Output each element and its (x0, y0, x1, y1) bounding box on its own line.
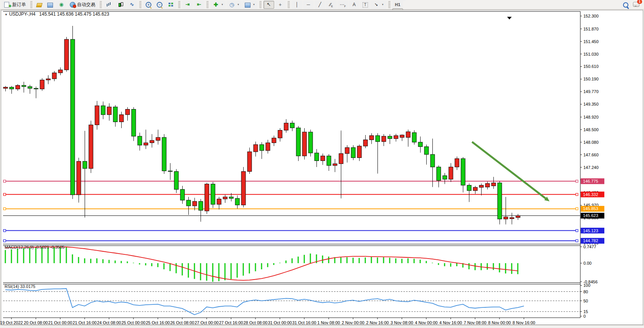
chart-shift-button[interactable]: ⇤ (194, 1, 204, 9)
cursor-icon: ↖ (266, 2, 272, 8)
chart-canvas[interactable]: 152.300151.870151.450151.030150.610150.1… (0, 9, 644, 328)
svg-text:146.775: 146.775 (583, 179, 598, 183)
svg-text:151.030: 151.030 (583, 52, 599, 56)
line-chart-button[interactable]: ∿ (127, 1, 137, 9)
search-button[interactable] (621, 1, 631, 9)
candle (168, 171, 172, 172)
candle (430, 154, 435, 167)
label-tool-icon: T (363, 2, 368, 8)
chart-ohlc: 145.541 145.636 145.475 145.623 (39, 11, 109, 17)
candle (376, 136, 380, 142)
candle (363, 140, 368, 146)
candle (479, 185, 483, 187)
rsi-indicator-label: RSI(14) 33.0175 (5, 284, 35, 289)
zoom-in-button[interactable]: + (143, 1, 154, 9)
text-tool-button[interactable]: A (349, 1, 360, 9)
data-window-button[interactable] (45, 1, 55, 9)
label-tool-button[interactable]: T (360, 1, 370, 9)
candle (156, 137, 160, 140)
candle (461, 159, 465, 185)
svg-text:145.123: 145.123 (583, 228, 598, 233)
signals-button[interactable]: ◉ (56, 1, 67, 9)
toolbar-grip (388, 1, 390, 8)
periods-button[interactable]: ◷▼ (226, 1, 242, 9)
candle (491, 183, 496, 186)
candle (125, 109, 130, 115)
time-axis: 19 Oct 202220 Oct 08:0021 Oct 00:0021 Oc… (0, 318, 535, 325)
toolbar-grip (287, 1, 290, 8)
bar-chart-button[interactable] (104, 1, 114, 9)
text-tool-icon: A (351, 2, 357, 8)
candle (382, 136, 386, 141)
candlestick-button[interactable] (115, 1, 126, 9)
candle (132, 109, 136, 137)
candle (58, 70, 63, 73)
svg-text:150.190: 150.190 (583, 77, 599, 81)
svg-text:26 Oct 08:00: 26 Oct 08:00 (170, 320, 194, 325)
macd-name: MACD(12,26,9) (5, 245, 34, 249)
candle (449, 167, 453, 179)
candle (22, 85, 26, 87)
candle (10, 87, 14, 89)
price-axis: 152.300151.870151.450151.030150.610150.1… (580, 14, 599, 318)
bar-chart-icon (106, 2, 112, 8)
auto-trading-label: 自动交易 (77, 2, 95, 8)
svg-text:2 Nov 00:00: 2 Nov 00:00 (342, 320, 364, 325)
vertical-line-tool-button[interactable]: │ (292, 1, 302, 9)
scroll-anchor-icon (507, 17, 512, 19)
svg-text:21 Oct 00:00: 21 Oct 00:00 (48, 320, 72, 325)
horizontal-line-tool-button[interactable]: ─ (303, 1, 314, 9)
svg-text:148.920: 148.920 (583, 115, 599, 119)
candle (107, 107, 111, 114)
candle (71, 39, 75, 195)
trendline-tool-button[interactable]: ╱ (315, 1, 325, 9)
candle (400, 135, 404, 137)
candle (186, 200, 191, 206)
candle (498, 183, 502, 219)
cursor-tool-button[interactable]: ↖ (263, 1, 274, 9)
toolbar-grip (139, 1, 141, 8)
auto-trading-button[interactable]: 自动交易 (67, 1, 98, 9)
zoom-out-button[interactable]: − (154, 1, 165, 9)
toolbar-right-group: 1 (621, 1, 642, 9)
rsi-name: RSI(14) (5, 284, 19, 289)
trend-arrow[interactable] (472, 142, 546, 199)
candle (467, 185, 471, 191)
candle (150, 140, 154, 143)
candle (229, 197, 233, 198)
svg-text:8 Nov 16:00: 8 Nov 16:00 (512, 320, 535, 325)
rsi-line (5, 289, 524, 315)
market-watch-button[interactable] (34, 1, 44, 9)
auto-trading-icon (70, 2, 75, 8)
templates-button[interactable]: ▼ (243, 1, 257, 9)
crosshair-tool-button[interactable]: ＋ (275, 1, 286, 9)
auto-scroll-icon: ⇥ (185, 2, 191, 8)
toolbar-grip (178, 1, 180, 8)
indicators-icon: ✚ (213, 2, 219, 8)
fibonacci-tool-button[interactable]: ∕∕E (326, 1, 337, 9)
candle (101, 106, 105, 115)
signals-icon: ◉ (58, 2, 64, 8)
svg-text:148.500: 148.500 (583, 127, 599, 132)
tile-windows-button[interactable] (165, 1, 176, 9)
chat-badge: 1 (637, 0, 642, 4)
candle (443, 176, 447, 179)
new-order-icon (4, 2, 9, 8)
price-badges: 146.775146.332145.853145.123144.782145.6… (581, 178, 604, 244)
candle (247, 152, 252, 172)
tab-timeframe-h1[interactable]: H1 (392, 1, 403, 8)
chart-title: ▼USDJPY-,H4145.541 145.636 145.475 145.6… (5, 11, 109, 17)
channel-tool-button[interactable]: ⋯F (337, 1, 348, 9)
auto-scroll-button[interactable]: ⇥ (182, 1, 193, 9)
macd-value-main: -0.5021 (35, 245, 49, 249)
candle (369, 136, 374, 140)
new-order-button[interactable]: 新订单 (2, 1, 28, 9)
candle (144, 143, 148, 145)
candle (138, 136, 142, 145)
svg-text:28 Oct 08:00: 28 Oct 08:00 (244, 320, 268, 325)
candle (46, 79, 50, 80)
indicators-button[interactable]: ✚▼ (210, 1, 226, 9)
candle (424, 147, 429, 154)
arrows-tool-button[interactable]: ➘▼ (371, 1, 386, 9)
chat-button[interactable]: 1 (633, 1, 639, 8)
